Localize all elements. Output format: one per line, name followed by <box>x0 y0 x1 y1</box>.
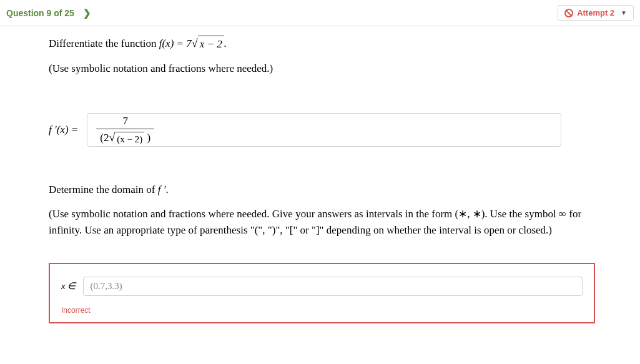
radical-icon: √ <box>192 35 198 52</box>
derivative-label: f ′(x) = <box>49 122 78 138</box>
question-label: Question 9 of 25 <box>6 8 74 18</box>
intro-text: Differentiate the function <box>49 37 159 49</box>
instruction-note-2: (Use symbolic notation and fractions whe… <box>49 206 595 238</box>
function-expr: f(x) = 7√x − 2. <box>159 37 227 49</box>
radical-icon: √ <box>109 129 115 146</box>
domain-input[interactable] <box>83 277 583 296</box>
den-prefix: (2 <box>100 132 109 144</box>
fraction: 7 (2√(x − 2) ) <box>96 113 154 147</box>
incorrect-answer-box: x ∈ Incorrect <box>49 263 595 323</box>
den-sqrt: √(x − 2) <box>109 129 144 146</box>
domain-label: x ∈ <box>61 279 76 293</box>
chevron-down-icon: ▼ <box>621 9 627 16</box>
sqrt-expr: √x − 2 <box>192 35 224 52</box>
domain-row: x ∈ <box>61 277 583 296</box>
question-header: Question 9 of 25 ❯ Attempt 2 ▼ <box>0 0 640 26</box>
func-lhs: f(x) = 7 <box>159 37 192 49</box>
answer-row-1: f ′(x) = 7 (2√(x − 2) ) <box>49 113 595 147</box>
den-radicand: (x − 2) <box>115 132 144 147</box>
prompt-symbol: f ′ <box>158 184 166 195</box>
question-content: Differentiate the function f(x) = 7√x − … <box>0 26 640 323</box>
den-suffix: ) <box>144 132 150 144</box>
derivative-input[interactable]: 7 (2√(x − 2) ) <box>87 113 561 147</box>
prohibit-icon <box>564 9 573 17</box>
radicand: x − 2 <box>198 36 224 52</box>
part-2: Determine the domain of f ′. (Use symbol… <box>49 182 595 324</box>
instruction-note-1: (Use symbolic notation and fractions whe… <box>49 61 595 77</box>
status-badge: Incorrect <box>61 305 583 316</box>
domain-prompt: Determine the domain of f ′. <box>49 182 595 198</box>
attempt-label: Attempt 2 <box>577 8 614 17</box>
prompt-suffix: . <box>165 184 168 195</box>
attempt-dropdown[interactable]: Attempt 2 ▼ <box>558 5 634 21</box>
numerator: 7 <box>119 113 132 129</box>
problem-statement: Differentiate the function f(x) = 7√x − … <box>49 35 595 52</box>
question-nav: Question 9 of 25 ❯ <box>6 7 91 19</box>
denominator: (2√(x − 2) ) <box>96 129 154 146</box>
next-question-chevron[interactable]: ❯ <box>83 7 91 19</box>
period: . <box>224 37 227 49</box>
prompt-prefix: Determine the domain of <box>49 184 158 195</box>
